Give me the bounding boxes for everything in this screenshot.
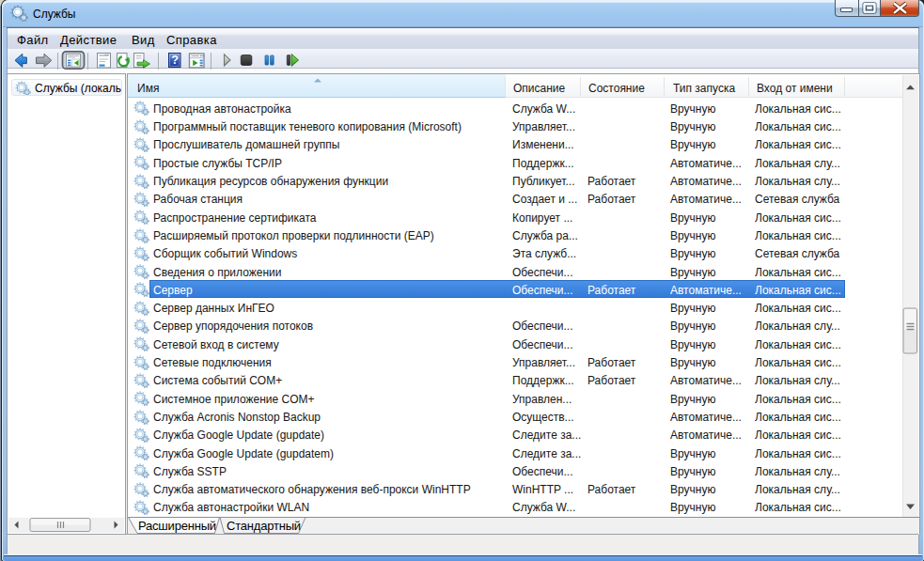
svg-text:Стандартный: Стандартный	[227, 519, 301, 533]
svg-text:?: ?	[171, 54, 179, 67]
svg-text:Расширенный: Расширенный	[138, 519, 216, 533]
